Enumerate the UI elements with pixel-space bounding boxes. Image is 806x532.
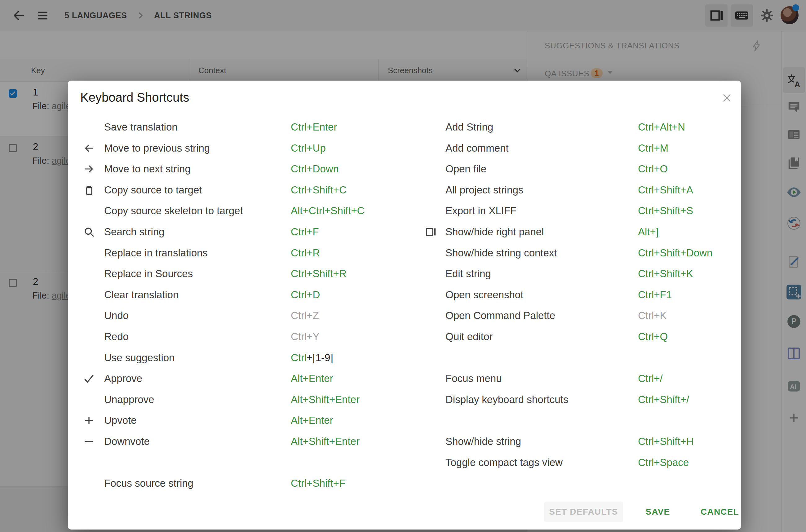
shortcut-key[interactable]: Ctrl+Shift+A <box>638 184 693 196</box>
modal-title: Keyboard Shortcuts <box>80 91 189 104</box>
search-icon <box>83 226 95 238</box>
shortcut-key[interactable]: Alt+Enter <box>291 415 333 426</box>
shortcut-label: Copy source skeleton to target <box>104 205 243 217</box>
shortcut-label: Replace in translations <box>104 247 208 259</box>
shortcut-label: Focus source string <box>104 477 193 489</box>
app-canvas: 5 LANGUAGES ALL STRINGS <box>0 0 806 532</box>
shortcut-label: Use suggestion <box>104 352 174 364</box>
shortcut-key[interactable]: Ctrl+Shift+K <box>638 268 693 280</box>
shortcut-label: Save translation <box>104 121 178 133</box>
shortcut-label: Redo <box>104 331 129 343</box>
check-icon <box>83 372 95 385</box>
shortcut-label: Move to previous string <box>104 142 210 154</box>
shortcut-label: Show/hide string context <box>445 247 557 259</box>
shortcut-label: Add comment <box>445 142 509 154</box>
shortcut-key[interactable]: Ctrl+F <box>291 226 319 238</box>
shortcut-key[interactable]: Ctrl+Alt+N <box>638 121 685 133</box>
shortcut-key[interactable]: Ctrl+Shift+R <box>291 268 347 280</box>
shortcut-label: Focus menu <box>445 373 502 384</box>
shortcut-label: Copy source to target <box>104 184 202 196</box>
shortcut-key[interactable]: Ctrl+O <box>638 163 668 175</box>
shortcut-key[interactable]: Ctrl+R <box>291 247 320 259</box>
shortcut-key[interactable]: Ctrl+Q <box>638 331 668 343</box>
shortcut-key[interactable]: Ctrl+F1 <box>638 289 672 301</box>
minus-icon <box>83 435 95 448</box>
shortcut-label: Open screenshot <box>445 289 523 301</box>
shortcut-key[interactable]: Ctrl+M <box>638 142 668 154</box>
shortcut-key[interactable]: Alt+Shift+Enter <box>291 436 360 448</box>
shortcut-label: Downvote <box>104 436 150 448</box>
shortcut-label: Display keyboard shortcuts <box>445 394 568 405</box>
shortcut-label: Undo <box>104 310 129 322</box>
shortcut-label: Clear translation <box>104 289 178 301</box>
copy-icon <box>83 184 95 196</box>
shortcut-label: Open file <box>445 163 486 175</box>
shortcut-key[interactable]: Ctrl+Shift+Down <box>638 247 712 259</box>
shortcut-key[interactable]: Ctrl+D <box>291 289 320 301</box>
shortcut-label: Edit string <box>445 268 491 280</box>
close-icon[interactable] <box>719 90 735 106</box>
shortcut-label: Search string <box>104 226 164 238</box>
plus-icon <box>83 414 95 426</box>
shortcut-key[interactable]: Alt+Shift+Enter <box>291 394 360 405</box>
shortcut-key[interactable]: Alt+Ctrl+Shift+C <box>291 205 365 217</box>
shortcut-key[interactable]: Ctrl+K <box>638 310 667 322</box>
shortcut-label: Upvote <box>104 415 137 426</box>
panel-right-icon <box>425 226 437 238</box>
shortcut-label: Approve <box>104 373 142 384</box>
shortcut-key[interactable]: Ctrl+Shift+F <box>291 477 345 489</box>
shortcut-key[interactable]: Ctrl+Up <box>291 142 326 154</box>
shortcut-key[interactable]: Ctrl+Y <box>291 331 320 343</box>
shortcut-key[interactable]: Alt+Enter <box>291 373 333 384</box>
cancel-button[interactable]: CANCEL <box>693 501 746 522</box>
shortcut-label: Toggle compact tags view <box>445 457 563 469</box>
shortcut-label: Show/hide right panel <box>445 226 544 238</box>
set-defaults-button[interactable]: SET DEFAULTS <box>544 501 623 522</box>
arrow-right-icon <box>83 163 95 175</box>
shortcut-label: Add String <box>445 121 493 133</box>
shortcut-label: Open Command Palette <box>445 310 555 322</box>
shortcut-key[interactable]: Ctrl+Shift+S <box>638 205 693 217</box>
shortcut-label: All project strings <box>445 184 523 196</box>
shortcut-key[interactable]: Ctrl+Shift+/ <box>638 394 689 405</box>
save-button[interactable]: SAVE <box>638 501 678 522</box>
shortcut-key[interactable]: Ctrl+Shift+C <box>291 184 347 196</box>
shortcut-key[interactable]: Ctrl+Down <box>291 163 339 175</box>
keyboard-shortcuts-modal: Keyboard Shortcuts Save translationCtrl+… <box>68 81 741 530</box>
shortcut-key[interactable]: Ctrl+[1-9] <box>291 352 333 364</box>
shortcut-label: Export in XLIFF <box>445 205 516 217</box>
shortcut-key[interactable]: Ctrl+Enter <box>291 121 337 133</box>
shortcut-key[interactable]: Ctrl+/ <box>638 373 663 384</box>
shortcut-key[interactable]: Alt+] <box>638 226 659 238</box>
shortcut-key[interactable]: Ctrl+Shift+H <box>638 436 694 448</box>
shortcut-key[interactable]: Ctrl+Space <box>638 457 689 469</box>
shortcut-label: Replace in Sources <box>104 268 193 280</box>
shortcut-label: Unapprove <box>104 394 154 405</box>
shortcut-label: Show/hide string <box>445 436 521 448</box>
shortcut-key[interactable]: Ctrl+Z <box>291 310 319 322</box>
shortcut-label: Move to next string <box>104 163 191 175</box>
arrow-left-icon <box>83 142 95 154</box>
shortcut-label: Quit editor <box>445 331 493 343</box>
